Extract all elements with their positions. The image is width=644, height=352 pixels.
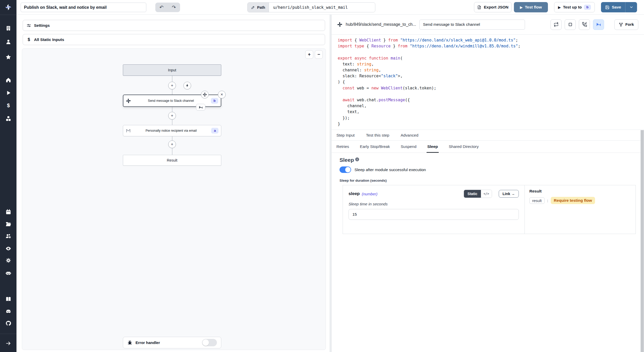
code-line: await web.chat.postMessage({ — [338, 97, 644, 103]
retries-button[interactable] — [550, 19, 562, 30]
zoom-in-button[interactable]: + — [305, 50, 313, 59]
tab-step-input[interactable]: Step Input — [336, 133, 355, 138]
error-handler-node[interactable]: Error handler — [123, 337, 221, 348]
export-json-button[interactable]: Export JSON — [474, 2, 512, 12]
save-button[interactable]: Save — [601, 2, 625, 12]
home-icon[interactable] — [0, 77, 16, 83]
static-code-segmented-control: Static </> — [464, 190, 492, 198]
link-button[interactable]: Link → — [499, 190, 519, 198]
test-flow-button[interactable]: ▶ Test flow — [514, 2, 548, 12]
tab-advanced[interactable]: Advanced — [401, 133, 418, 138]
close-icon: × — [221, 92, 223, 97]
subtab-shared-directory[interactable]: Shared Directory — [449, 141, 479, 153]
error-handler-toggle[interactable] — [202, 339, 217, 346]
early-stop-button[interactable] — [565, 19, 576, 30]
email-step-node[interactable]: Personally notice recipient via email a — [123, 125, 221, 136]
fork-button[interactable]: Fork — [614, 19, 638, 30]
sleep-indicator-chip[interactable] — [196, 104, 205, 111]
scrollbar-track[interactable] — [640, 130, 644, 352]
play-icon: ▶ — [520, 5, 522, 9]
zoom-out-button[interactable]: − — [315, 50, 323, 59]
github-icon[interactable] — [0, 320, 16, 326]
undo-icon: ↶ — [159, 4, 164, 10]
scrollbar-thumb[interactable] — [641, 130, 644, 352]
windmill-flow-editor: $ — [0, 0, 644, 352]
suspend-button[interactable] — [579, 19, 590, 30]
result-node-label: Result — [167, 158, 177, 162]
field-name: sleep — [349, 191, 360, 196]
workers-robot-icon[interactable] — [0, 270, 16, 276]
hub-script-path[interactable]: hub/849/slack/send_message_to_ch... — [346, 22, 416, 27]
groups-users-gear-icon[interactable] — [0, 233, 16, 239]
code-line — [338, 49, 644, 55]
toggle-knob — [202, 339, 209, 346]
undo-button[interactable]: ↶ — [155, 3, 168, 12]
sleep-field-column: sleep (number) Static </> Link → Sleep t… — [343, 185, 525, 234]
move-step-button[interactable] — [201, 91, 209, 98]
user-icon[interactable] — [0, 38, 16, 45]
audit-eye-icon[interactable] — [0, 245, 16, 252]
sleep-toggle-on[interactable] — [340, 166, 351, 173]
runs-play-icon[interactable] — [0, 89, 16, 96]
code-option[interactable]: </> — [481, 190, 492, 198]
panel-resize-handle[interactable] — [330, 15, 332, 352]
favorites-star-icon[interactable] — [0, 54, 16, 60]
folders-icon[interactable] — [0, 221, 16, 228]
path-group: Path u/henri/publish_slack_wait_mail — [247, 2, 375, 12]
variables-dollar-icon[interactable]: $ — [0, 102, 16, 109]
subtab-early-stop-break[interactable]: Early Stop/Break — [360, 141, 390, 153]
redo-button[interactable]: ↷ — [168, 3, 180, 12]
discord-icon[interactable] — [0, 308, 16, 315]
test-up-to-label: Test up to — [563, 5, 582, 10]
test-flow-label: Test flow — [525, 5, 542, 10]
schedules-calendar-icon[interactable] — [0, 208, 16, 215]
sleep-seconds-input[interactable] — [349, 209, 519, 220]
delete-step-button[interactable]: × — [218, 91, 226, 98]
field-type: (number) — [362, 192, 377, 196]
save-dropdown-button[interactable] — [625, 2, 637, 12]
static-option[interactable]: Static — [464, 190, 481, 198]
workspace-building-icon[interactable] — [0, 25, 16, 31]
plus-icon: + — [171, 113, 173, 118]
sidebar-divider — [0, 334, 16, 334]
subtab-retries[interactable]: Retries — [336, 141, 349, 153]
collapse-sidebar-arrow-icon[interactable] — [0, 340, 16, 347]
code-line: import type { Resource } from "https://d… — [338, 43, 644, 49]
flow-title-input[interactable] — [21, 3, 146, 12]
path-edit-button[interactable]: Path — [248, 3, 269, 12]
step-summary-input[interactable] — [419, 20, 525, 30]
graph-canvas[interactable] — [22, 48, 326, 350]
tab-test-this-step[interactable]: Test this step — [366, 133, 389, 138]
dollar-icon: $ — [27, 37, 31, 42]
sleep-button-active[interactable] — [593, 19, 604, 30]
resources-boxes-icon[interactable] — [0, 115, 16, 122]
result-column: Result result : Require testing flow — [525, 185, 635, 234]
result-separator: : — [547, 198, 548, 203]
code-line — [338, 91, 644, 97]
code-line: ) { — [338, 79, 644, 85]
docs-book-icon[interactable] — [0, 296, 16, 302]
result-node[interactable]: Result — [123, 155, 221, 166]
chevron-down-icon — [629, 5, 633, 9]
slack-icon — [126, 98, 131, 103]
bed-icon — [199, 105, 203, 110]
add-step-button[interactable]: + — [168, 112, 176, 120]
info-icon[interactable]: i — [355, 157, 359, 161]
save-button-group: Save — [601, 2, 637, 12]
input-node[interactable]: Input — [123, 64, 221, 76]
slack-icon — [337, 22, 342, 27]
add-step-button[interactable]: + — [168, 82, 176, 89]
all-static-inputs-row[interactable]: $ All Static Inputs — [23, 34, 325, 45]
code-editor[interactable]: import { WebClient } from "https://deno.… — [332, 35, 644, 130]
windmill-logo-icon[interactable] — [0, 2, 16, 12]
trigger-bolt-button[interactable] — [183, 82, 191, 89]
settings-gear-icon[interactable] — [0, 257, 16, 264]
gmail-icon — [126, 128, 131, 133]
path-value[interactable]: u/henri/publish_slack_wait_mail — [269, 3, 375, 12]
add-step-button[interactable]: + — [168, 140, 176, 148]
code-line: export async function main( — [338, 55, 644, 61]
subtab-sleep[interactable]: Sleep — [427, 141, 438, 153]
test-up-to-button[interactable]: ▶ Test up to b — [554, 2, 595, 12]
settings-row[interactable]: Settings — [23, 20, 325, 31]
subtab-suspend[interactable]: Suspend — [401, 141, 416, 153]
